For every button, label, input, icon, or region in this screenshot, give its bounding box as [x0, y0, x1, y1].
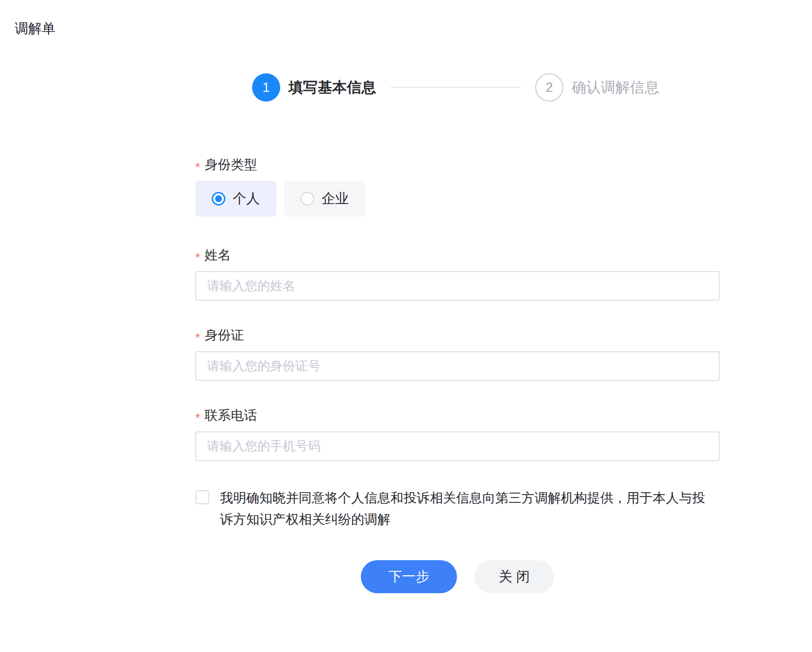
name-label: 姓名 — [204, 247, 231, 263]
identity-type-label: 身份类型 — [204, 156, 257, 173]
name-field-group: * 姓名 — [195, 247, 720, 301]
agreement-row: 我明确知晓并同意将个人信息和投诉相关信息向第三方调解机构提供，用于本人与投诉方知… — [195, 487, 720, 530]
radio-option-enterprise-label: 企业 — [321, 189, 349, 208]
identity-type-label-row: * 身份类型 — [195, 156, 720, 173]
radio-option-enterprise[interactable]: 企业 — [284, 181, 365, 217]
identity-type-group: * 身份类型 个人 企业 — [195, 156, 720, 217]
required-asterisk: * — [195, 410, 200, 426]
phone-label: 联系电话 — [204, 407, 257, 424]
id-card-field-group: * 身份证 — [195, 327, 720, 381]
radio-option-individual[interactable]: 个人 — [195, 181, 276, 217]
agreement-text: 我明确知晓并同意将个人信息和投诉相关信息向第三方调解机构提供，用于本人与投诉方知… — [220, 487, 711, 530]
next-step-button[interactable]: 下一步 — [361, 560, 457, 593]
step-1-number-badge: 1 — [252, 73, 280, 102]
page-title: 调解单 — [15, 19, 55, 38]
step-2-number-badge: 2 — [535, 73, 563, 102]
form-actions: 下一步 关 闭 — [195, 560, 720, 593]
stepper-step-1: 1 填写基本信息 — [252, 73, 376, 102]
phone-label-row: * 联系电话 — [195, 407, 720, 424]
required-asterisk: * — [195, 159, 200, 175]
name-label-row: * 姓名 — [195, 247, 720, 263]
step-2-label: 确认调解信息 — [572, 78, 659, 98]
radio-selected-icon — [212, 192, 225, 206]
radio-unselected-icon — [301, 192, 314, 206]
stepper-step-2: 2 确认调解信息 — [535, 73, 659, 102]
stepper-connector-line — [390, 87, 521, 88]
basic-info-form: * 身份类型 个人 企业 * 姓名 * — [195, 156, 720, 593]
required-asterisk: * — [195, 329, 200, 346]
identity-type-radio-group: 个人 企业 — [195, 181, 720, 217]
mediation-form-page: 调解单 1 填写基本信息 2 确认调解信息 * 身份类型 个人 — [0, 0, 812, 652]
required-asterisk: * — [195, 249, 200, 266]
stepper: 1 填写基本信息 2 确认调解信息 — [252, 73, 659, 102]
step-1-label: 填写基本信息 — [288, 78, 376, 98]
phone-input[interactable] — [195, 431, 720, 461]
name-input[interactable] — [195, 271, 720, 301]
radio-option-individual-label: 个人 — [233, 189, 260, 208]
id-card-input[interactable] — [195, 351, 720, 381]
id-card-label-row: * 身份证 — [195, 327, 720, 343]
close-button[interactable]: 关 闭 — [474, 560, 554, 593]
agreement-checkbox[interactable] — [195, 490, 209, 504]
id-card-label: 身份证 — [204, 327, 244, 343]
phone-field-group: * 联系电话 — [195, 407, 720, 461]
